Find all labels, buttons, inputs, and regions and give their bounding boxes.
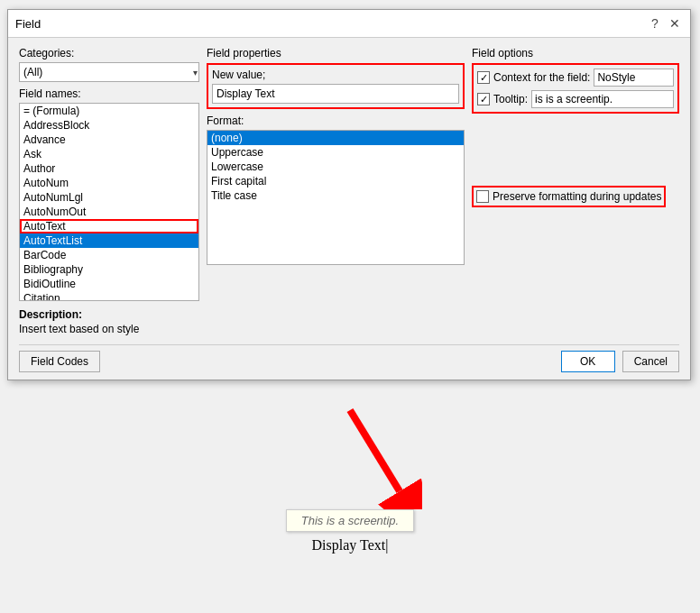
field-dialog: Field ? ✕ Categories: (All) ▾ Fie: [7, 9, 691, 380]
red-arrow-icon: [332, 401, 422, 509]
field-codes-button[interactable]: Field Codes: [19, 351, 100, 372]
col-left: Categories: (All) ▾ Field names: = (Form…: [19, 47, 199, 301]
list-item[interactable]: Advance: [20, 133, 198, 147]
list-item[interactable]: = (Formula): [20, 104, 198, 118]
format-label: Format:: [207, 114, 465, 127]
format-item-title-case[interactable]: Title case: [207, 188, 464, 203]
new-value-input[interactable]: [212, 84, 459, 104]
categories-dropdown-container: (All) ▾: [19, 62, 199, 82]
dialog-titlebar: Field ? ✕: [8, 10, 690, 38]
description-text: Insert text based on style: [19, 323, 679, 335]
format-item-uppercase[interactable]: Uppercase: [207, 145, 464, 160]
field-properties-label: Field properties: [207, 47, 465, 59]
list-item-autotext[interactable]: AutoText: [20, 219, 198, 233]
list-item-autotextlist[interactable]: AutoTextList: [20, 233, 198, 248]
context-label: Context for the field:: [493, 71, 590, 84]
dialog-body: Categories: (All) ▾ Field names: = (Form…: [8, 38, 690, 380]
description-section: Description: Insert text based on style: [19, 308, 679, 335]
cancel-button[interactable]: Cancel: [622, 351, 679, 372]
format-item-lowercase[interactable]: Lowercase: [207, 160, 464, 174]
preserve-row: Preserve formatting during updates: [472, 186, 666, 207]
list-item[interactable]: AddressBlock: [20, 118, 198, 133]
preserve-checkbox[interactable]: [476, 190, 489, 203]
bottom-bar: Field Codes OK Cancel: [19, 344, 679, 372]
tooltip-value-box: is is a screentip.: [531, 90, 674, 108]
list-item[interactable]: Ask: [20, 147, 198, 161]
svg-line-1: [350, 410, 400, 491]
tooltip-value: is is a screentip.: [535, 93, 612, 105]
col-right: Field options Context for the field: NoS…: [472, 47, 679, 207]
list-item[interactable]: AutoNumLgl: [20, 190, 198, 205]
categories-label: Categories:: [19, 47, 199, 59]
list-item[interactable]: BidiOutline: [20, 277, 198, 291]
arrow-container: [332, 401, 422, 509]
screentip-box: This is a screentip.: [286, 509, 414, 532]
new-value-label: New value;: [212, 69, 459, 81]
tooltip-checkbox[interactable]: [477, 93, 490, 105]
dialog-controls: ? ✕: [647, 15, 683, 32]
context-checkbox[interactable]: [477, 71, 490, 84]
categories-dropdown[interactable]: (All): [19, 62, 199, 82]
list-item[interactable]: Author: [20, 161, 198, 176]
preserve-label: Preserve formatting during updates: [493, 190, 661, 203]
field-names-label: Field names:: [19, 87, 199, 100]
list-item[interactable]: Citation: [20, 291, 198, 301]
display-text: Display Text: [312, 537, 386, 553]
display-text-label: Display Text|: [312, 537, 389, 554]
page-wrapper: Field ? ✕ Categories: (All) ▾ Fie: [0, 0, 700, 613]
tooltip-option-row: Tooltip: is is a screentip.: [477, 90, 674, 108]
close-button[interactable]: ✕: [667, 15, 683, 32]
dialog-title: Field: [15, 17, 41, 31]
ok-button[interactable]: OK: [561, 351, 615, 372]
field-names-listbox[interactable]: = (Formula) AddressBlock Advance Ask Aut…: [19, 103, 199, 301]
context-value-box: NoStyle: [594, 69, 674, 87]
tooltip-label: Tooltip:: [493, 93, 528, 105]
format-listbox[interactable]: (none) Uppercase Lowercase First capital…: [207, 130, 465, 265]
list-item[interactable]: AutoNum: [20, 176, 198, 190]
list-item[interactable]: AutoNumOut: [20, 205, 198, 219]
context-option-row: Context for the field: NoStyle: [477, 69, 674, 87]
description-label: Description:: [19, 308, 679, 321]
new-value-section: New value;: [207, 63, 465, 109]
screentip-text: This is a screentip.: [301, 514, 399, 527]
list-item[interactable]: BarCode: [20, 248, 198, 262]
bottom-right-buttons: OK Cancel: [561, 351, 679, 372]
context-value: NoStyle: [597, 71, 635, 84]
format-item-none[interactable]: (none): [207, 131, 464, 145]
preserve-section: Preserve formatting during updates: [472, 186, 679, 207]
list-item[interactable]: Bibliography: [20, 262, 198, 277]
columns-container: Categories: (All) ▾ Field names: = (Form…: [19, 47, 679, 301]
field-options-bordered: Context for the field: NoStyle Tooltip: …: [472, 63, 679, 114]
format-item-first-capital[interactable]: First capital: [207, 174, 464, 188]
col-middle: Field properties New value; Format: (non…: [207, 47, 465, 265]
below-dialog-area: This is a screentip. Display Text|: [0, 401, 700, 554]
help-button[interactable]: ?: [647, 15, 663, 32]
field-options-label: Field options: [472, 47, 679, 59]
